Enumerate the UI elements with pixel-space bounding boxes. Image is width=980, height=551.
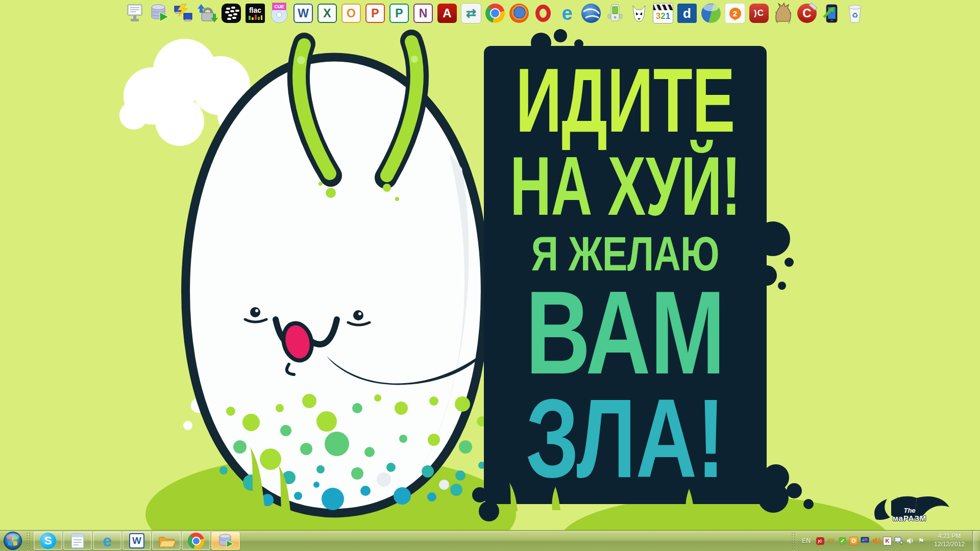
tray-icon-action-center[interactable]: ⚑	[916, 536, 926, 546]
clapperboard-icon	[653, 5, 673, 10]
dock-icon-excel[interactable]: X	[316, 2, 338, 24]
dock-icon-network-link[interactable]	[172, 2, 194, 24]
taskbar-button-windows-explorer[interactable]	[152, 532, 181, 550]
qip-phone-icon	[604, 2, 626, 24]
taskbar-button-notepad[interactable]	[63, 532, 92, 550]
dock-icon-globe-app[interactable]	[700, 2, 722, 24]
dock-icon-firefox[interactable]	[508, 2, 530, 24]
taskbar-grip[interactable]	[26, 532, 32, 549]
claw-icon	[772, 2, 794, 24]
dock-icon-foobar2000[interactable]	[628, 2, 650, 24]
system-tray: EN )C ✉ ✓ O K	[791, 531, 980, 551]
clock-date: 12/12/2012	[929, 541, 969, 549]
dock-icon-media-player-classic[interactable]: 321	[652, 2, 674, 24]
network-link-icon	[172, 2, 194, 24]
tray-icon-mail[interactable]: ✉	[826, 536, 836, 546]
dock-icon-database-play[interactable]	[148, 2, 170, 24]
dock-icon-opera[interactable]	[532, 2, 554, 24]
dock-icon-word[interactable]: W	[292, 2, 314, 24]
dock-icon-blackberry[interactable]	[220, 2, 242, 24]
wallpaper-illustration	[0, 0, 980, 551]
tray-icon-crescent-app[interactable]: )C	[815, 536, 825, 546]
dock-icon-2gis[interactable]: 2	[724, 2, 746, 24]
dock-icon-flac[interactable]: flac	[244, 2, 266, 24]
chrome-icon	[188, 533, 204, 549]
opera-icon	[535, 5, 551, 22]
recycle-bin-icon: ♻	[844, 2, 866, 24]
network-icon	[894, 536, 903, 545]
secure-sync-icon	[196, 2, 218, 24]
dock-icon-outlook[interactable]: O	[340, 2, 362, 24]
tray-icon-outlook[interactable]: O	[849, 536, 859, 546]
start-button[interactable]	[0, 531, 26, 551]
tray-icon-network[interactable]	[894, 536, 903, 546]
app-dock: flac CUE W X O P P N A ⇄	[124, 2, 866, 24]
taskbar-button-internet-explorer[interactable]: e	[93, 532, 121, 550]
dock-icon-crescent-app[interactable]: )C	[748, 2, 770, 24]
google-earth-icon	[581, 4, 601, 23]
svg-text:♻: ♻	[852, 11, 859, 19]
language-indicator[interactable]: EN	[799, 537, 814, 544]
notepad-icon	[69, 532, 86, 549]
folder-icon	[157, 532, 176, 549]
tray-icon-display-settings[interactable]	[860, 536, 870, 546]
dock-icon-phone-manager[interactable]	[820, 2, 842, 24]
svg-text:CUE: CUE	[274, 4, 284, 9]
volume-icon	[905, 536, 915, 545]
phone-manager-icon	[820, 2, 842, 24]
dock-icon-ccleaner[interactable]: C	[796, 2, 818, 24]
flac-label: flac	[249, 7, 261, 14]
orange-speaker-icon	[872, 536, 881, 545]
dock-icon-secure-sync[interactable]	[196, 2, 218, 24]
flac-eq-bars	[248, 14, 263, 20]
dock-icon-powerpoint[interactable]: P	[364, 2, 386, 24]
dock-icon-qip-phone[interactable]	[604, 2, 626, 24]
poster-panel	[472, 29, 814, 521]
wallpaper-logo: The маРАЗМ	[874, 507, 945, 523]
dock-icon-chrome[interactable]	[484, 2, 506, 24]
dock-icon-recycle-bin[interactable]: ♻	[844, 2, 866, 24]
tray-icon-audio-manager[interactable]	[871, 536, 881, 546]
dock-icon-cue-disc[interactable]: CUE	[268, 2, 290, 24]
egg-creature	[186, 41, 487, 513]
show-desktop-button[interactable]	[972, 531, 979, 551]
taskbar-button-chrome[interactable]	[182, 532, 210, 550]
globe-icon	[701, 4, 721, 23]
dock-icon-workstation[interactable]	[124, 2, 146, 24]
dock-icon-acrobat[interactable]: A	[436, 2, 458, 24]
foobar2000-icon	[628, 2, 650, 24]
tray-icon-volume[interactable]	[905, 536, 915, 546]
dock-icon-publisher[interactable]: P	[388, 2, 410, 24]
firefox-icon	[509, 4, 529, 23]
dock-icon-google-earth[interactable]	[580, 2, 602, 24]
taskbar: S e W	[0, 530, 980, 551]
taskbar-button-word[interactable]: W	[122, 532, 151, 550]
dock-icon-dailymotion[interactable]: d	[676, 2, 698, 24]
dock-icon-onenote[interactable]: N	[412, 2, 434, 24]
workstation-icon	[124, 2, 146, 24]
task-buttons: S e W	[34, 532, 240, 550]
chrome-icon	[485, 4, 505, 23]
cue-disc-icon: CUE	[268, 2, 290, 24]
tray-icon-kaspersky[interactable]: K	[883, 536, 892, 546]
taskbar-clock[interactable]: 4:21 PM 12/12/2012	[929, 533, 969, 548]
clock-time: 4:21 PM	[929, 533, 969, 541]
dock-icon-claw-game[interactable]	[772, 2, 794, 24]
dock-icon-sync-arrows[interactable]: ⇄	[460, 2, 482, 24]
database-play-icon	[216, 532, 235, 549]
windows-orb-icon	[3, 531, 22, 550]
blackberry-icon	[222, 4, 241, 23]
dock-icon-internet-explorer[interactable]: e	[556, 2, 578, 24]
display-settings-icon	[861, 536, 870, 545]
tray-grip[interactable]	[791, 532, 797, 549]
database-play-icon	[148, 2, 170, 24]
tray-icon-update-ok[interactable]: ✓	[838, 536, 847, 546]
taskbar-button-skype[interactable]: S	[34, 532, 62, 550]
taskbar-button-database-app[interactable]	[211, 532, 240, 550]
